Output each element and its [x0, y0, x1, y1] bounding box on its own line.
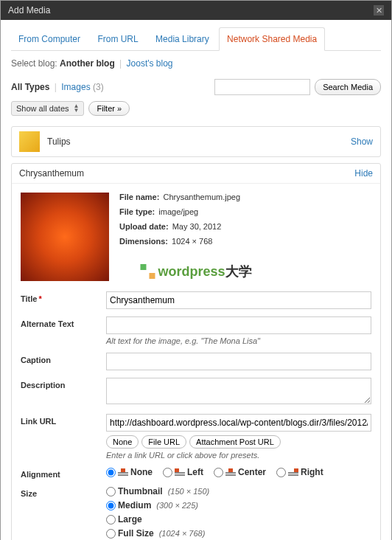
align-left[interactable]: Left	[163, 467, 203, 477]
filter-button[interactable]: Filter »	[88, 101, 130, 116]
show-link[interactable]: Show	[351, 136, 373, 147]
size-large[interactable]: Large	[106, 514, 371, 525]
window-title: Add Media	[8, 5, 50, 15]
description-field[interactable]	[106, 378, 371, 404]
date-select[interactable]: Show all dates ▲▼	[11, 101, 84, 116]
blog-link-other[interactable]: Joost's blog	[127, 58, 173, 69]
link-post-button[interactable]: Attachment Post URL	[189, 435, 281, 449]
thumbnail	[19, 131, 40, 152]
search-button[interactable]: Search Media	[315, 79, 381, 95]
align-left-icon	[175, 468, 185, 476]
media-title: Chrysanthemum	[19, 168, 84, 179]
type-filter: All Types | Images (3)	[11, 82, 104, 92]
align-none-icon	[118, 468, 128, 476]
blog-selector: Select blog: Another blog | Joost's blog	[11, 58, 381, 69]
alt-text-field[interactable]	[106, 316, 371, 334]
chevron-updown-icon: ▲▼	[74, 104, 80, 113]
media-item: Tulips Show	[11, 126, 381, 157]
size-medium[interactable]: Medium(300 × 225)	[106, 500, 371, 510]
size-thumbnail[interactable]: Thumbnail(150 × 150)	[106, 486, 371, 496]
size-full[interactable]: Full Size(1024 × 768)	[106, 528, 371, 539]
media-item-expanded: Chrysanthemum Hide File name: Chrysanthe…	[11, 163, 381, 540]
link-none-button[interactable]: None	[106, 435, 139, 449]
media-title: Tulips	[47, 136, 351, 147]
titlebar: Add Media ✕	[1, 1, 391, 20]
caption-field[interactable]	[106, 353, 371, 370]
tab-media-library[interactable]: Media Library	[148, 28, 217, 50]
link-file-button[interactable]: File URL	[141, 435, 186, 449]
align-right[interactable]: Right	[276, 467, 323, 477]
preview-image	[21, 193, 109, 281]
tab-from-url[interactable]: From URL	[90, 28, 145, 50]
align-center-icon	[225, 468, 236, 476]
title-field[interactable]	[106, 291, 371, 309]
search-input[interactable]	[214, 79, 310, 95]
type-images[interactable]: Images	[61, 82, 90, 92]
close-icon[interactable]: ✕	[374, 5, 384, 15]
align-right-icon	[288, 468, 298, 476]
align-center[interactable]: Center	[214, 467, 266, 477]
tab-network-shared[interactable]: Network Shared Media	[219, 27, 325, 51]
meta-info: File name: Chrysanthemum.jpeg File type:…	[119, 193, 240, 281]
type-all[interactable]: All Types	[11, 82, 49, 92]
align-none[interactable]: None	[106, 467, 153, 477]
hide-link[interactable]: Hide	[354, 168, 373, 179]
current-blog: Another blog	[60, 58, 115, 69]
link-url-field[interactable]	[106, 414, 371, 432]
tab-from-computer[interactable]: From Computer	[11, 28, 88, 50]
tab-bar: From Computer From URL Media Library Net…	[11, 27, 381, 51]
